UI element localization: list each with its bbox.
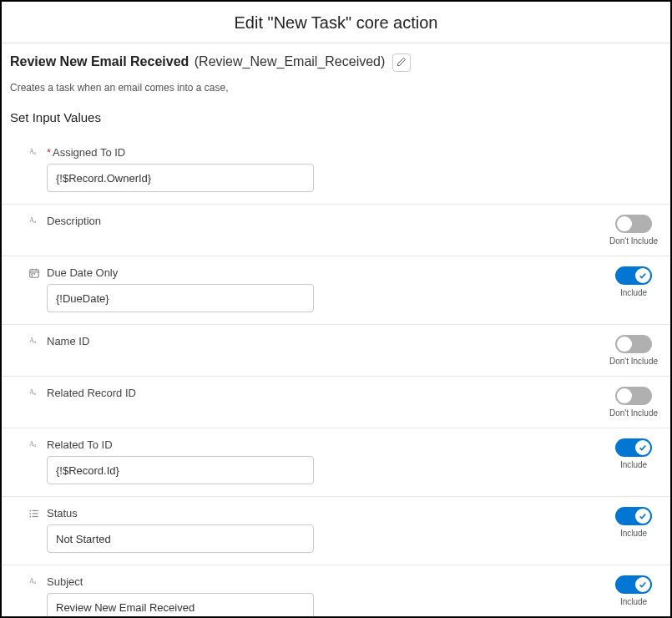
edit-label-button[interactable]: [392, 53, 411, 72]
field-label-text: Subject: [47, 575, 83, 588]
field-row: AaRelated To IDInclude: [2, 428, 670, 497]
include-toggle[interactable]: [615, 266, 652, 285]
field-label-text: Related To ID: [47, 438, 113, 451]
field-left: Status: [27, 507, 609, 553]
text-type-icon: Aa: [27, 147, 42, 159]
svg-rect-10: [32, 275, 33, 276]
field-row: AaRelated Record IDDon't Include: [2, 377, 670, 428]
field-right: Don't Include: [609, 387, 659, 418]
field-value-input[interactable]: [47, 284, 314, 312]
field-right: Don't Include: [609, 335, 659, 366]
toggle-state-label: Include: [609, 288, 659, 297]
toggle-state-label: Don't Include: [609, 357, 659, 366]
field-left: AaName ID: [27, 335, 609, 347]
toggle-state-label: Include: [609, 460, 659, 469]
list-type-icon: [27, 508, 42, 519]
field-left: AaSubject: [27, 575, 609, 618]
field-label: *Assigned To ID: [47, 146, 659, 159]
svg-rect-9: [33, 273, 35, 275]
field-label: Status: [47, 507, 609, 519]
text-type-icon: Aa: [27, 388, 42, 399]
field-label-text: Assigned To ID: [53, 146, 125, 159]
field-label: Description: [47, 215, 609, 227]
action-header: Review New Email Received (Review_New_Em…: [2, 43, 670, 75]
action-description: Creates a task when an email comes into …: [2, 75, 670, 104]
field-row: AaSubjectInclude: [2, 565, 670, 618]
field-right: Include: [609, 438, 659, 469]
field-right: Don't Include: [609, 215, 659, 246]
field-body: Name ID: [47, 335, 609, 347]
include-toggle[interactable]: [615, 387, 652, 405]
svg-rect-20: [33, 513, 38, 514]
svg-text:a: a: [33, 339, 36, 344]
field-value-input[interactable]: [47, 456, 314, 484]
pencil-icon: [397, 55, 407, 70]
field-label-text: Due Date Only: [47, 266, 118, 279]
include-toggle[interactable]: [615, 438, 652, 457]
field-value-input[interactable]: [47, 524, 314, 553]
field-row: AaDescriptionDon't Include: [2, 205, 670, 256]
action-api-name: (Review_New_Email_Received): [195, 54, 386, 68]
svg-rect-18: [33, 510, 38, 511]
include-toggle[interactable]: [615, 507, 652, 525]
field-body: *Assigned To ID: [47, 146, 659, 192]
field-value-input[interactable]: [47, 164, 314, 192]
toggle-state-label: Include: [609, 597, 659, 606]
field-label: Related Record ID: [47, 387, 609, 399]
field-left: Due Date Only: [27, 266, 609, 312]
field-left: AaRelated Record ID: [27, 387, 609, 399]
field-row: StatusInclude: [2, 497, 670, 565]
field-label-text: Status: [47, 507, 78, 519]
field-row: Due Date OnlyInclude: [2, 256, 670, 325]
required-asterisk: *: [47, 146, 51, 159]
field-label: Due Date Only: [47, 266, 609, 279]
field-row: Aa*Assigned To ID: [2, 136, 670, 205]
text-type-icon: Aa: [27, 439, 42, 451]
include-toggle[interactable]: [615, 575, 652, 594]
action-label: Review New Email Received: [10, 54, 189, 68]
svg-rect-8: [32, 273, 33, 275]
section-title: Set Input Values: [2, 104, 670, 136]
svg-text:a: a: [33, 443, 36, 448]
field-right: Include: [609, 266, 659, 297]
field-body: Status: [47, 507, 609, 553]
text-type-icon: Aa: [27, 336, 42, 347]
field-label: Related To ID: [47, 438, 609, 451]
field-row: AaName IDDon't Include: [2, 325, 670, 377]
field-label: Name ID: [47, 335, 609, 347]
field-left: Aa*Assigned To ID: [27, 146, 659, 192]
svg-text:a: a: [33, 150, 36, 155]
toggle-state-label: Don't Include: [609, 408, 659, 418]
svg-point-17: [29, 510, 31, 512]
field-label-text: Description: [47, 215, 101, 227]
svg-rect-22: [33, 516, 38, 517]
text-type-icon: Aa: [27, 215, 42, 227]
page-title: Edit "New Task" core action: [2, 2, 670, 43]
toggle-state-label: Don't Include: [609, 236, 659, 246]
field-label: Subject: [47, 575, 609, 588]
field-label-text: Name ID: [47, 335, 89, 347]
field-body: Related Record ID: [47, 387, 609, 399]
toggle-state-label: Include: [609, 529, 659, 538]
field-right: Include: [609, 507, 659, 538]
text-type-icon: Aa: [27, 576, 42, 588]
field-body: Due Date Only: [47, 266, 609, 312]
svg-text:a: a: [33, 219, 36, 224]
include-toggle[interactable]: [615, 335, 652, 353]
field-label-text: Related Record ID: [47, 387, 136, 399]
svg-point-19: [29, 513, 31, 514]
field-body: Subject: [47, 575, 609, 618]
svg-point-21: [29, 516, 31, 518]
field-left: AaDescription: [27, 215, 609, 227]
svg-text:a: a: [33, 580, 36, 585]
content-area: Review New Email Received (Review_New_Em…: [2, 43, 670, 618]
field-left: AaRelated To ID: [27, 438, 609, 484]
date-type-icon: [27, 267, 42, 279]
field-right: Include: [609, 575, 659, 606]
field-body: Related To ID: [47, 438, 609, 484]
field-body: Description: [47, 215, 609, 227]
svg-text:a: a: [33, 391, 36, 396]
field-value-input[interactable]: [47, 593, 314, 618]
include-toggle[interactable]: [615, 215, 652, 233]
